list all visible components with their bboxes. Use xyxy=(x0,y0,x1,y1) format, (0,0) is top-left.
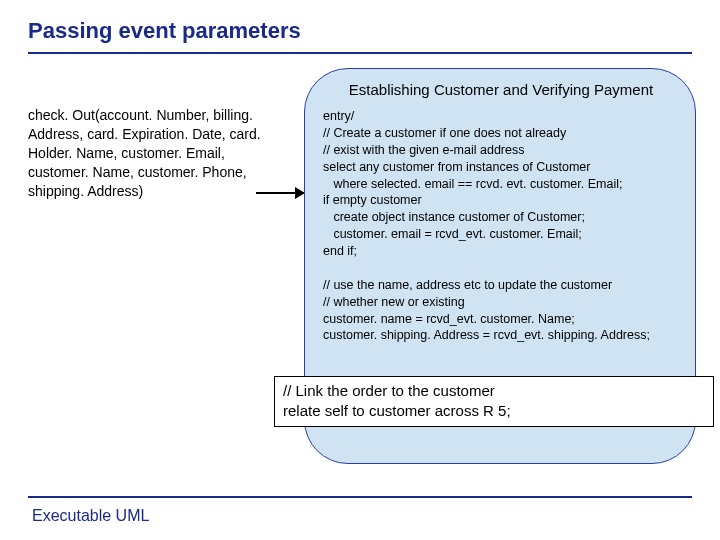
overlay-line: relate self to customer across R 5; xyxy=(283,401,705,421)
footer-rule xyxy=(28,496,692,498)
title-rule xyxy=(28,52,692,54)
state-title: Establishing Customer and Verifying Paym… xyxy=(323,81,679,98)
slide-title: Passing event parameters xyxy=(28,18,692,44)
content-area: check. Out(account. Number, billing. Add… xyxy=(28,64,692,474)
transition-arrow xyxy=(256,192,304,194)
event-signature: check. Out(account. Number, billing. Add… xyxy=(28,106,288,200)
footer-text: Executable UML xyxy=(32,507,149,525)
slide: Passing event parameters check. Out(acco… xyxy=(0,0,720,540)
state-entry-action: entry/ // Create a customer if one does … xyxy=(323,108,679,344)
overlay-note: // Link the order to the customerrelate … xyxy=(274,376,714,427)
overlay-line: // Link the order to the customer xyxy=(283,381,705,401)
